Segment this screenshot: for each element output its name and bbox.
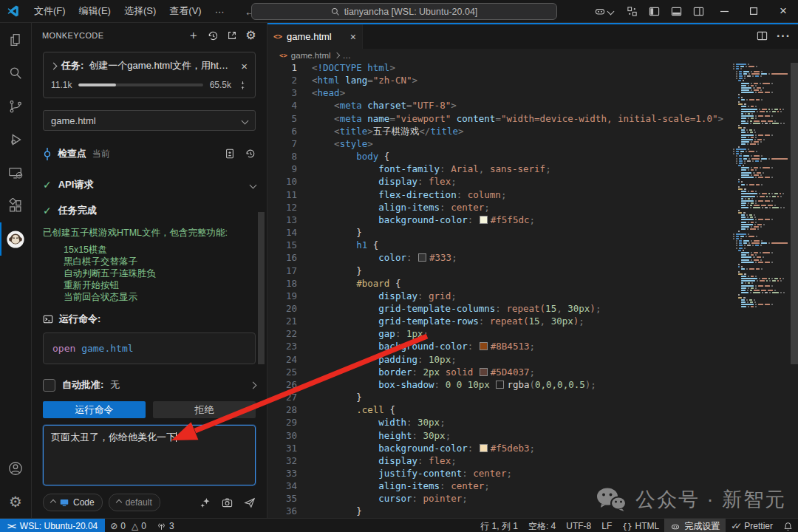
menu-more-icon[interactable]: ··· <box>208 6 231 17</box>
open-external-icon[interactable] <box>227 30 237 41</box>
code-mode-icon <box>60 499 69 507</box>
breadcrumb-file[interactable]: game.html <box>291 51 331 60</box>
remote-indicator[interactable]: >< WSL: Ubuntu-20.04 <box>0 519 105 532</box>
menu-view[interactable]: 查看(V) <box>163 4 208 18</box>
settings-gear-icon[interactable]: ⚙ <box>0 485 31 518</box>
history-icon[interactable] <box>208 30 219 41</box>
remote-explorer-icon[interactable] <box>0 156 31 189</box>
command-keyword: open <box>52 343 75 354</box>
split-editor-icon[interactable] <box>757 30 768 41</box>
restore-history-icon[interactable] <box>245 149 256 159</box>
run-command-button[interactable]: 运行命令 <box>43 401 146 418</box>
chat-input-text: 页面太丑了，你给他美化一下 <box>51 432 176 443</box>
mode-chip[interactable]: Code <box>43 494 103 511</box>
sidebar-scrollbar[interactable] <box>258 212 265 364</box>
reject-button[interactable]: 拒绝 <box>153 401 256 418</box>
tokens-used: 11.1k <box>51 80 72 90</box>
encoding[interactable]: UTF-8 <box>561 521 596 531</box>
warning-icon: △ <box>132 521 138 531</box>
code-editor[interactable]: 1<!DOCTYPE html>2<html lang="zh-CN">3<he… <box>267 61 798 518</box>
toggle-secondary-sidebar-icon[interactable] <box>687 0 709 22</box>
breadcrumb-more[interactable]: … <box>343 51 352 60</box>
result-feature-list: 15x15棋盘黑白棋子交替落子自动判断五子连珠胜负重新开始按钮当前回合状态显示 <box>64 244 256 303</box>
problems-indicator[interactable]: ⊘ 0 △ 0 <box>105 521 151 531</box>
chevron-up-icon <box>50 499 56 505</box>
terminal-icon <box>43 314 53 324</box>
code-line: 6 <title>五子棋游戏</title> <box>267 125 798 137</box>
chat-input[interactable]: 页面太丑了，你给他美化一下 <box>43 425 256 485</box>
notifications-bell[interactable] <box>778 522 798 531</box>
menu-file[interactable]: 文件(F) <box>27 4 72 18</box>
search-icon[interactable] <box>0 56 31 89</box>
html-file-icon: <> <box>279 52 287 59</box>
editor-group: <> game.html × ··· <> game.html … 1<!DOC… <box>267 23 798 518</box>
chevron-down-icon[interactable] <box>250 181 257 188</box>
minimap[interactable] <box>733 64 788 312</box>
panel-settings-icon[interactable]: ⚙ <box>245 30 256 41</box>
new-task-icon[interactable]: ＋ <box>188 28 200 44</box>
enhance-prompt-icon[interactable] <box>200 497 211 508</box>
camera-icon[interactable] <box>222 497 233 508</box>
diff-file-icon[interactable] <box>225 149 235 159</box>
remote-icon: >< <box>7 522 16 531</box>
toggle-panel-icon[interactable] <box>665 0 687 22</box>
mode-chip-label: Code <box>73 497 95 508</box>
code-line: 22 gap: 1px; <box>267 327 798 340</box>
code-line: 14 } <box>267 226 798 239</box>
checkpoint-row[interactable]: 检查点 当前 <box>32 147 267 160</box>
warning-count: 0 <box>141 521 146 531</box>
breadcrumb[interactable]: <> game.html … <box>267 49 798 61</box>
wechat-icon <box>596 487 627 512</box>
minimize-button[interactable] <box>709 0 739 22</box>
extensions-icon[interactable] <box>0 189 31 222</box>
checkpoint-badge: 当前 <box>92 148 110 160</box>
close-button[interactable]: × <box>768 0 798 22</box>
indentation[interactable]: 空格: 4 <box>523 520 561 532</box>
code-line: 25 border: 2px solid #5D4037; <box>267 366 798 378</box>
activity-bar: ⚙ <box>0 23 32 518</box>
profile-chip[interactable]: default <box>109 494 160 511</box>
account-icon[interactable] <box>0 451 31 485</box>
task-card[interactable]: 任务: 创建一个game.html文件，用html代... × 11.1k 65… <box>43 52 256 98</box>
language-mode[interactable]: {} HTML <box>617 521 664 531</box>
cursor-position[interactable]: 行 1, 列 1 <box>475 520 523 532</box>
tab-label: game.html <box>287 31 332 42</box>
code-line: 19 display: grid; <box>267 290 798 302</box>
editor-more-actions-icon[interactable]: ··· <box>777 30 791 43</box>
ports-indicator[interactable]: 3 <box>151 521 180 531</box>
maximize-button[interactable] <box>739 0 768 22</box>
customize-layout-icon[interactable] <box>621 0 643 22</box>
status-bar: >< WSL: Ubuntu-20.04 ⊘ 0 △ 0 3 行 1, 列 1 … <box>0 518 798 532</box>
code-line: 18 #board { <box>267 277 798 290</box>
tokens-total: 65.5k <box>210 80 231 90</box>
remote-name: WSL: Ubuntu-20.04 <box>20 521 98 531</box>
file-dropdown[interactable]: game.html <box>43 110 256 131</box>
send-icon[interactable] <box>244 497 256 508</box>
result-item: 自动判断五子连珠胜负 <box>64 267 256 279</box>
copilot-setup-status[interactable]: 完成设置 <box>664 519 726 532</box>
toggle-sidebar-icon[interactable] <box>643 0 665 22</box>
api-request-row[interactable]: ✓ API请求 <box>32 178 267 191</box>
menu-edit[interactable]: 编辑(E) <box>72 4 117 18</box>
run-debug-icon[interactable] <box>0 123 31 156</box>
task-prefix: 任务: <box>61 59 83 72</box>
menu-selection[interactable]: 选择(S) <box>117 4 163 18</box>
monkeycode-extension-icon[interactable] <box>0 222 31 256</box>
task-expand-icon[interactable] <box>50 62 58 69</box>
expand-context-icon[interactable] <box>238 81 248 90</box>
title-bar: 文件(F) 编辑(E) 选择(S) 查看(V) ··· ← → tianyanc… <box>0 0 798 23</box>
editor-scrollbar[interactable] <box>791 63 798 364</box>
chevron-right-icon[interactable] <box>250 381 257 389</box>
formatter-status[interactable]: ✓✓ Prettier <box>726 521 778 531</box>
code-lines: 1<!DOCTYPE html>2<html lang="zh-CN">3<he… <box>267 61 798 518</box>
auto-approve-row[interactable]: 自动批准: 无 <box>32 378 267 392</box>
error-count: 0 <box>120 521 126 531</box>
command-center-search[interactable]: tianyancha [WSL: Ubuntu-20.04] <box>251 3 557 20</box>
task-close-icon[interactable]: × <box>241 60 248 72</box>
tab-close-icon[interactable]: × <box>350 31 356 43</box>
eol-sequence[interactable]: LF <box>596 521 617 531</box>
source-control-icon[interactable] <box>0 89 31 123</box>
auto-approve-checkbox[interactable] <box>43 379 55 392</box>
explorer-icon[interactable] <box>0 23 31 56</box>
tab-game-html[interactable]: <> game.html × <box>267 24 363 49</box>
